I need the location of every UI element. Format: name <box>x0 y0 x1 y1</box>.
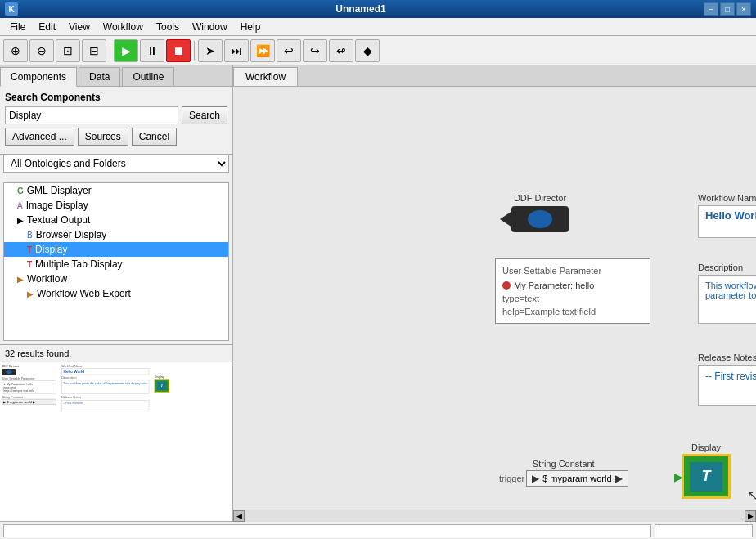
menu-file[interactable]: File <box>3 20 32 34</box>
preview-sc-label: String Constant <box>2 395 56 398</box>
toolbar-separator-2 <box>194 41 195 61</box>
workflow-tab[interactable]: Workflow <box>233 67 298 86</box>
menu-tools[interactable]: Tools <box>150 20 186 34</box>
tree-item-label: Multiple Tab Display <box>35 258 123 270</box>
forward-button[interactable]: ↪ <box>303 39 327 62</box>
minimize-button[interactable]: − <box>704 2 718 16</box>
preview-release-label: Release Notes <box>61 395 149 398</box>
workflow-release-label: Release Notes <box>698 353 756 362</box>
toolbar-separator-1 <box>110 41 110 61</box>
preview-wf-name: Hello World <box>61 368 149 375</box>
rewind-button[interactable]: ↩ <box>277 39 301 62</box>
preview-director-inner <box>6 370 11 374</box>
workflow-desc-label: Description <box>698 263 756 272</box>
tree-item-label: Textual Output <box>27 214 90 226</box>
fit-button[interactable]: ⊡ <box>56 39 80 62</box>
preview-director <box>2 369 56 375</box>
zoom-out-button[interactable]: ⊖ <box>29 39 54 62</box>
preview-sc-value: $ myparam world <box>7 400 32 404</box>
preview-panel: DDF Director User Settable Parameter ● M… <box>0 362 232 521</box>
workflow-release-value: -- First revision <box>698 365 756 406</box>
disp-arrow-icon: ▶ <box>674 470 683 483</box>
preview-disp-inner: T <box>157 381 167 390</box>
window-controls: − □ × <box>704 2 751 16</box>
gml-icon: G <box>17 186 24 195</box>
zoom-reset-button[interactable]: ⊟ <box>82 39 106 62</box>
wf-icon: ▶ <box>27 290 34 299</box>
dropdown-row: All Ontologies and Folders <box>0 155 232 176</box>
preview-release: -- First revision <box>61 400 149 411</box>
tree-item-textual[interactable]: ▶ Textual Output <box>4 213 228 227</box>
app-icon: K <box>5 2 18 16</box>
zoom-in-button[interactable]: ⊕ <box>3 39 28 62</box>
display-actor-label: Display <box>691 442 721 452</box>
menu-help[interactable]: Help <box>234 20 268 34</box>
scroll-right-button[interactable]: ▶ <box>745 510 756 522</box>
preview-ddf-label: DDF Director <box>2 365 56 368</box>
results-count: 32 results found. <box>0 344 232 362</box>
expand-icon: ▶ <box>17 216 24 225</box>
tree-item-label: Workflow Web Export <box>37 288 131 299</box>
search-button[interactable]: Search <box>182 106 227 124</box>
main-container: Components Data Outline Search Component… <box>0 65 756 521</box>
tree-item-label: Browser Display <box>36 229 107 240</box>
status-bar <box>0 521 756 539</box>
fast-button[interactable]: ⏩ <box>250 39 275 62</box>
string-constant-box: ▶ $ myparam world ▶ <box>526 470 628 487</box>
param-help: help=Example text field <box>502 307 643 317</box>
tree-item-workflow-web[interactable]: ▶ Workflow Web Export <box>4 286 228 301</box>
cancel-button[interactable]: Cancel <box>132 128 177 146</box>
advanced-button[interactable]: Advanced ... <box>5 128 74 146</box>
close-button[interactable]: × <box>736 2 751 16</box>
user-parameter: User Settable Parameter My Parameter: he… <box>495 258 650 324</box>
tab-components[interactable]: Components <box>0 67 77 87</box>
pause-button[interactable]: ⏸ <box>140 39 164 62</box>
ddf-director: DDF Director <box>511 193 569 232</box>
workflow-desc-box: Description This workflow prints the val… <box>698 263 756 324</box>
skip-button[interactable]: ⏭ <box>224 39 249 62</box>
scroll-track[interactable] <box>245 510 745 522</box>
tab-data[interactable]: Data <box>79 67 120 86</box>
menu-workflow[interactable]: Workflow <box>97 20 150 34</box>
diamond-button[interactable]: ◆ <box>355 39 380 62</box>
preview-param-label: User Settable Parameter <box>2 377 56 380</box>
browser-icon: B <box>27 231 33 240</box>
preview-wf-name-label: Workflow Name <box>61 365 149 368</box>
tree-item-image[interactable]: A Image Display <box>4 198 228 213</box>
menu-edit[interactable]: Edit <box>32 20 62 34</box>
forward2-button[interactable]: ↫ <box>329 39 353 62</box>
trigger-label: trigger <box>499 474 524 483</box>
menu-window[interactable]: Window <box>186 20 234 34</box>
workflow-name-box: Workflow Name Hello World <box>698 193 756 238</box>
display-actor-body: ▶ T <box>682 454 731 499</box>
stop-button[interactable]: ⏹ <box>166 39 191 62</box>
tree-item-browser[interactable]: B Browser Display <box>4 227 228 242</box>
parameter-row: My Parameter: hello <box>502 281 643 290</box>
workflow-tab-bar: Workflow <box>233 65 756 87</box>
preview-right: Workflow Name Hello World Description Th… <box>61 365 149 411</box>
preview-sc-arrow: ▶ <box>3 400 6 404</box>
menu-view[interactable]: View <box>62 20 97 34</box>
step-button[interactable]: ➤ <box>198 39 223 62</box>
tab-outline[interactable]: Outline <box>122 67 174 86</box>
status-input[interactable] <box>3 524 651 537</box>
tree-item-display[interactable]: T Display <box>4 242 228 257</box>
play-button[interactable]: ▶ <box>114 39 138 62</box>
string-constant-value: $ myparam world <box>542 474 611 483</box>
maximize-button[interactable]: □ <box>720 2 735 16</box>
search-section: Search Components Search Advanced ... So… <box>0 87 232 155</box>
tree-item-workflow-folder[interactable]: ▶ Workflow <box>4 272 228 286</box>
title-bar: K Unnamed1 − □ × <box>0 0 756 18</box>
search-input[interactable] <box>5 106 178 124</box>
workflow-name-label: Workflow Name <box>698 193 756 203</box>
tree-item-gml[interactable]: G GML Displayer <box>4 183 228 198</box>
scroll-left-button[interactable]: ◀ <box>233 510 245 522</box>
tree-item-multitab[interactable]: T Multiple Tab Display <box>4 257 228 272</box>
display-actor-inner: T <box>690 462 722 492</box>
param-dot-icon <box>502 281 511 290</box>
sources-button[interactable]: Sources <box>78 128 128 146</box>
parameter-title: User Settable Parameter <box>502 266 643 276</box>
cursor-indicator: ↖ <box>747 487 756 503</box>
ontologies-dropdown[interactable]: All Ontologies and Folders <box>3 155 229 173</box>
workflow-canvas: DDF Director User Settable Parameter My … <box>233 87 756 510</box>
